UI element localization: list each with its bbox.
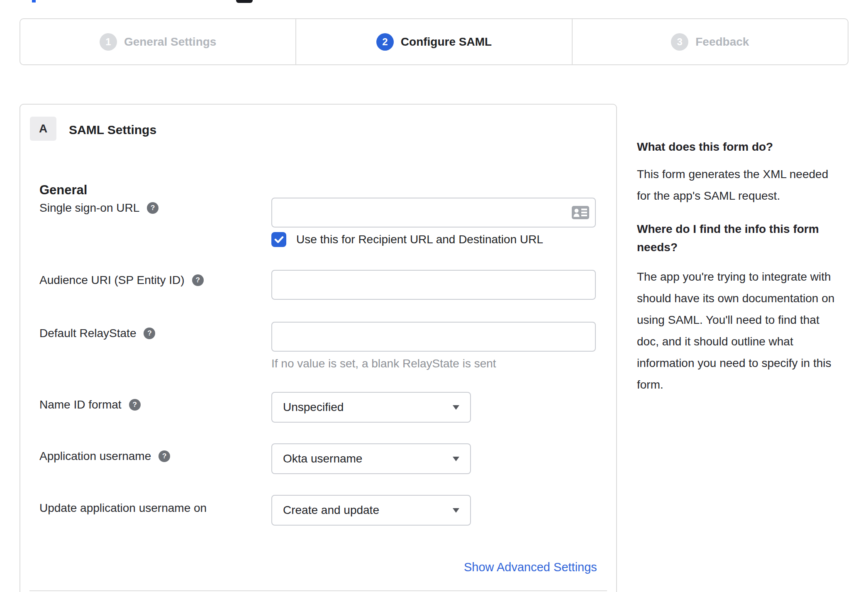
show-advanced-settings-link[interactable]: Show Advanced Settings: [464, 560, 597, 574]
help-answer-2: The app you're trying to integrate with …: [637, 266, 861, 396]
sso-url-input-wrap: [271, 198, 596, 228]
help-answer-2-line: The app you're trying to integrate with: [637, 266, 861, 288]
step-feedback[interactable]: 3 Feedback: [572, 19, 848, 64]
help-answer-2-line: using SAML. You'll need to find that: [637, 309, 861, 331]
step-number-badge: 2: [376, 33, 394, 51]
okta-saml-configuration-screen: 1 General Settings 2 Configure SAML 3 Fe…: [0, 0, 868, 592]
help-answer-2-line: information you need to specify in this: [637, 352, 861, 374]
recipient-url-checkbox[interactable]: [271, 232, 286, 247]
name-id-format-select[interactable]: Unspecified: [271, 392, 471, 423]
help-question-1: What does this form do?: [637, 138, 861, 156]
help-icon[interactable]: ?: [147, 202, 158, 214]
clipped-title-fragment-dark: [236, 0, 253, 3]
audience-uri-input[interactable]: [271, 270, 596, 300]
update-username-label-row: Update application username on: [39, 501, 207, 515]
update-username-value: Create and update: [283, 504, 379, 517]
sso-url-input[interactable]: [271, 198, 596, 228]
name-id-format-label: Name ID format: [39, 398, 122, 412]
update-username-select[interactable]: Create and update: [271, 495, 471, 526]
application-username-label-row: Application username ?: [39, 449, 170, 463]
relay-state-helper-text: If no value is set, a blank RelayState i…: [271, 357, 496, 370]
audience-uri-label: Audience URI (SP Entity ID): [39, 273, 185, 287]
audience-uri-label-row: Audience URI (SP Entity ID) ?: [39, 273, 204, 287]
help-answer-1-line: for the app's SAML request.: [637, 185, 861, 207]
sso-url-label: Single sign-on URL: [39, 201, 139, 215]
chevron-down-icon: [453, 508, 459, 513]
help-icon[interactable]: ?: [144, 328, 155, 339]
step-number-badge: 3: [671, 33, 688, 51]
saml-settings-title: SAML Settings: [69, 123, 156, 137]
recipient-url-checkbox-row: Use this for Recipient URL and Destinati…: [271, 232, 543, 247]
application-username-value: Okta username: [283, 452, 362, 465]
help-answer-2-line: doc, and it should outline what: [637, 331, 861, 352]
chevron-down-icon: [453, 457, 459, 461]
section-a-badge: A: [30, 117, 56, 141]
step-configure-saml[interactable]: 2 Configure SAML: [295, 19, 571, 64]
recipient-url-checkbox-label: Use this for Recipient URL and Destinati…: [296, 233, 543, 246]
sso-url-label-row: Single sign-on URL ?: [39, 201, 158, 215]
step-general-settings[interactable]: 1 General Settings: [20, 19, 295, 64]
application-username-label: Application username: [39, 449, 151, 463]
section-divider: [29, 590, 607, 591]
checkmark-icon: [274, 236, 284, 243]
general-section-heading: General: [39, 183, 87, 198]
help-question-2-line: Where do I find the info this form: [637, 220, 861, 238]
relay-state-label-row: Default RelayState ?: [39, 326, 155, 340]
help-icon[interactable]: ?: [158, 450, 170, 462]
update-username-label: Update application username on: [39, 501, 207, 515]
help-answer-1: This form generates the XML needed for t…: [637, 164, 861, 207]
step-label: General Settings: [124, 35, 217, 49]
name-id-format-label-row: Name ID format ?: [39, 398, 141, 412]
help-icon[interactable]: ?: [129, 399, 141, 411]
clipped-title-fragment-blue: [32, 0, 36, 2]
name-id-format-value: Unspecified: [283, 401, 344, 414]
help-answer-2-line: form.: [637, 374, 861, 396]
relay-state-input[interactable]: [271, 322, 596, 352]
help-answer-1-line: This form generates the XML needed: [637, 164, 861, 185]
help-question-2-line: needs?: [637, 238, 861, 257]
chevron-down-icon: [453, 405, 459, 410]
relay-state-label: Default RelayState: [39, 326, 136, 340]
application-username-select[interactable]: Okta username: [271, 443, 471, 474]
help-question-2: Where do I find the info this form needs…: [637, 220, 861, 257]
step-number-badge: 1: [100, 33, 117, 51]
help-answer-2-line: should have its own documentation on: [637, 288, 861, 309]
wizard-stepper: 1 General Settings 2 Configure SAML 3 Fe…: [20, 18, 848, 65]
step-label: Feedback: [695, 35, 749, 49]
help-icon[interactable]: ?: [192, 274, 204, 286]
step-label: Configure SAML: [401, 35, 492, 49]
